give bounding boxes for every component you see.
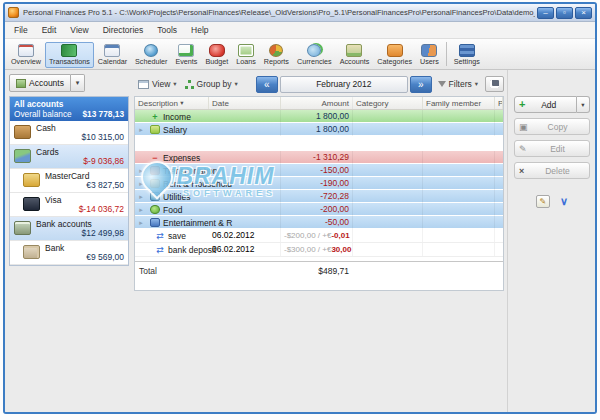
notes-icon[interactable]: ✎ [536, 195, 550, 208]
accounts-button[interactable]: Accounts [9, 74, 71, 92]
filters-button[interactable]: Filters ▾ [435, 77, 481, 91]
users-icon [421, 44, 437, 57]
account-row-bank[interactable]: Bank €9 569,00 [10, 241, 128, 265]
minimize-button[interactable]: – [537, 7, 554, 19]
pencil-icon: ✎ [519, 144, 530, 154]
reports-icon [269, 44, 283, 57]
toolbar-currencies[interactable]: Currencies [293, 42, 336, 68]
account-row-mastercard[interactable]: MasterCard €3 827,50 [10, 169, 128, 193]
overview-icon [18, 44, 34, 57]
add-button[interactable]: + Add [514, 96, 577, 113]
bank-accounts-icon [14, 221, 31, 235]
column-description[interactable]: Description ▾ [135, 97, 209, 109]
period-button[interactable]: February 2012 [280, 76, 408, 93]
all-accounts-summary[interactable]: All accounts Overall balance $13 778,13 [10, 97, 128, 121]
maximize-button[interactable]: ▫ [556, 7, 573, 19]
group-by-button[interactable]: Group by ▾ [181, 77, 242, 91]
menu-directories[interactable]: Directories [96, 23, 151, 37]
column-payee[interactable]: Pa [495, 97, 503, 109]
view-button[interactable]: View ▾ [134, 77, 181, 91]
toolbar-scheduler[interactable]: Scheduler [131, 42, 171, 68]
account-row-cards[interactable]: Cards $-9 036,86 [10, 145, 128, 169]
toolbar-overview[interactable]: Overview [7, 42, 45, 68]
table-row-food[interactable]: ▸ Food -200,00 [135, 203, 503, 216]
menu-tools[interactable]: Tools [150, 23, 184, 37]
table-row-income[interactable]: +Income 1 800,00 [135, 110, 503, 123]
table-row-expenses[interactable]: −Expenses -1 310,29 [135, 151, 503, 164]
toolbar-reports[interactable]: Reports [260, 42, 293, 68]
content-area: Accounts ▾ All accounts Overall balance … [5, 70, 595, 412]
toolbar-accounts[interactable]: Accounts [336, 42, 374, 68]
transfer-icon: ⇄ [155, 231, 165, 241]
prev-month-button[interactable]: « [256, 76, 278, 93]
scheduler-icon [144, 44, 158, 57]
loans-icon [238, 44, 254, 57]
screenshot-root: Personal Finances Pro 5.1 - C:\Work\Proj… [0, 0, 600, 420]
transactions-main: View ▾ Group by ▾ « February 2012 » [131, 70, 507, 412]
menu-help[interactable]: Help [184, 23, 215, 37]
copy-button[interactable]: ▣ Copy [514, 118, 590, 135]
accounts-dropdown-button[interactable]: ▾ [71, 74, 85, 92]
toolbar-budget[interactable]: Budget [201, 42, 232, 68]
expand-icon[interactable]: ▸ [135, 193, 147, 201]
toolbar-users[interactable]: Users [416, 42, 443, 68]
expand-icon[interactable]: ▸ [135, 167, 147, 175]
categories-icon [387, 44, 403, 57]
column-family-member[interactable]: Family member [423, 97, 495, 109]
account-row-bank-accounts[interactable]: Bank accounts $12 499,98 [10, 217, 128, 241]
visa-icon [23, 197, 40, 211]
date-navigation: « February 2012 » [256, 76, 432, 93]
table-row-bank-deposit[interactable]: ⇄bank deposit 06.02.2012 -$300,00 / +€30… [135, 243, 503, 257]
toolbar-events[interactable]: Events [171, 42, 201, 68]
expand-icon[interactable]: ▸ [135, 219, 147, 227]
chevron-down-icon[interactable]: ∨ [560, 195, 568, 208]
table-row-rent-household[interactable]: ▸ Rent & Household -190,00 [135, 177, 503, 190]
toolbar-loans[interactable]: Loans [232, 42, 260, 68]
total-row: Total $489,71 [135, 262, 503, 280]
table-row-entertainment[interactable]: ▸ Entertainment & R -50,00 [135, 216, 503, 229]
menu-file[interactable]: File [7, 23, 35, 37]
menu-bar: File Edit View Directories Tools Help [5, 22, 595, 39]
toolbar-categories[interactable]: Categories [373, 42, 416, 68]
account-balance: €9 569,00 [86, 252, 124, 262]
transactions-icon [61, 44, 77, 57]
chevron-down-icon: ▾ [475, 80, 478, 88]
table-row-transportation[interactable]: ▸ Transportation -150,00 [135, 164, 503, 177]
menu-view[interactable]: View [63, 23, 95, 37]
account-row-cash[interactable]: Cash $10 315,00 [10, 121, 128, 145]
toolbar-settings[interactable]: Settings [450, 42, 484, 68]
close-button[interactable]: × [575, 7, 592, 19]
add-dropdown-button[interactable]: ▾ [577, 96, 590, 113]
panel-toggle-button[interactable] [485, 76, 504, 92]
column-date[interactable]: Date [209, 97, 281, 109]
table-row-utilities[interactable]: ▸ Utilities -720,28 [135, 190, 503, 203]
toolbar-transactions[interactable]: Transactions [45, 42, 94, 68]
total-label: Total [135, 266, 209, 276]
delete-button[interactable]: × Delete [514, 162, 590, 179]
account-balance: €3 827,50 [86, 180, 124, 190]
accounts-list: All accounts Overall balance $13 778,13 … [9, 96, 129, 266]
title-bar: Personal Finances Pro 5.1 - C:\Work\Proj… [5, 4, 595, 22]
toolbar-calendar[interactable]: Calendar [94, 42, 131, 68]
summary-amount: $13 778,13 [82, 109, 124, 119]
toolbar-separator [446, 42, 447, 66]
edit-button[interactable]: ✎ Edit [514, 140, 590, 157]
table-header: Description ▾ Date Amount Category Famil… [135, 97, 503, 110]
table-spacer [135, 136, 503, 151]
expand-icon[interactable]: ▸ [135, 206, 147, 214]
income-plus-icon: + [150, 112, 160, 122]
table-row-salary[interactable]: ▸ Salary 1 800,00 [135, 123, 503, 136]
column-amount[interactable]: Amount [281, 97, 353, 109]
chevron-down-icon: ▾ [173, 80, 176, 88]
table-row-save[interactable]: ⇄save 06.02.2012 -$200,00 / +€-0,01 [135, 229, 503, 243]
column-category[interactable]: Category [353, 97, 423, 109]
entertainment-icon [150, 218, 160, 227]
expand-icon[interactable]: ▸ [135, 126, 147, 134]
account-row-visa[interactable]: Visa $-14 036,72 [10, 193, 128, 217]
budget-icon [209, 44, 225, 57]
settings-icon [459, 44, 475, 57]
menu-edit[interactable]: Edit [35, 23, 64, 37]
next-month-button[interactable]: » [410, 76, 432, 93]
expand-icon[interactable]: ▸ [135, 180, 147, 188]
app-icon [8, 7, 19, 18]
